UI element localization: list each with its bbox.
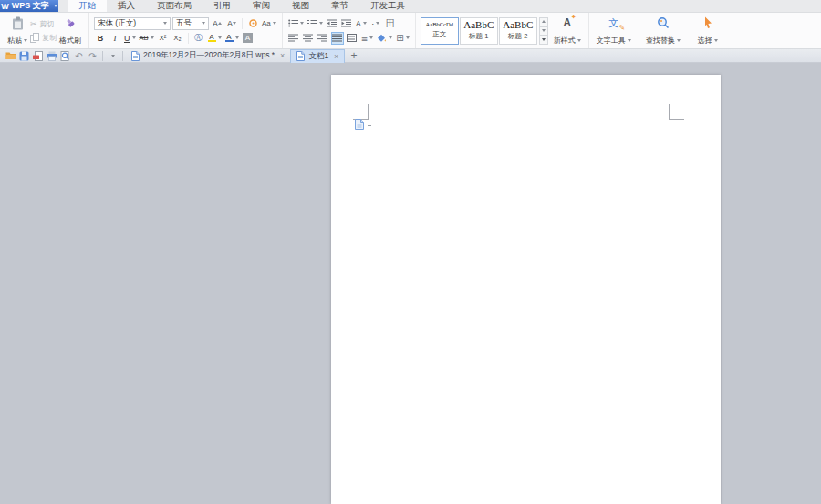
document-page[interactable] xyxy=(331,75,721,504)
copy-button[interactable]: 复制 xyxy=(30,33,57,43)
open-file-button[interactable] xyxy=(4,50,17,62)
close-tab-icon[interactable]: × xyxy=(334,52,338,61)
redo-button[interactable]: ↷ xyxy=(86,50,99,62)
smart-tag-icon[interactable] xyxy=(355,119,364,130)
dropdown-caret-icon xyxy=(363,22,367,25)
distribute-button[interactable] xyxy=(346,32,359,45)
text-tools-label: 文字工具 xyxy=(597,36,631,46)
caret-down-icon xyxy=(233,22,236,25)
new-style-icon: A ✦ xyxy=(564,16,571,27)
shrink-font-button[interactable]: A xyxy=(225,17,238,30)
bullet-list-button[interactable] xyxy=(287,17,305,30)
caret-up-icon xyxy=(218,22,222,25)
tab-developer[interactable]: 开发工具 xyxy=(359,0,416,12)
separator xyxy=(188,33,189,44)
gallery-scroll-down-button[interactable] xyxy=(539,26,548,36)
save-icon xyxy=(19,51,29,61)
dropdown-caret-icon xyxy=(218,36,222,39)
save-button[interactable] xyxy=(17,50,31,62)
format-painter-brush-icon xyxy=(64,16,77,29)
wps-app-button[interactable]: W WPS 文字 xyxy=(0,0,58,12)
new-style-button[interactable]: A ✦ 新样式 xyxy=(551,15,584,47)
app-title: WPS 文字 xyxy=(12,0,49,12)
increase-indent-icon xyxy=(341,19,351,27)
tab-home[interactable]: 开始 xyxy=(68,0,107,12)
borders-button[interactable]: ⊞ xyxy=(395,32,410,45)
tab-references[interactable]: 引用 xyxy=(203,0,242,12)
font-color-button[interactable]: A xyxy=(224,32,240,45)
ribbon: 粘贴 ✂ 剪切 复制 格式刷 宋体 (正文) xyxy=(0,13,821,49)
align-left-button[interactable] xyxy=(287,32,300,45)
subscript-button[interactable]: X₂ xyxy=(171,32,184,45)
asian-layout-button[interactable]: A xyxy=(355,17,368,30)
align-right-button[interactable] xyxy=(317,32,329,45)
paste-button[interactable]: 粘贴 xyxy=(5,15,30,47)
style-heading2[interactable]: AaBbC 标题 2 xyxy=(499,17,537,45)
dropdown-caret-icon xyxy=(677,39,681,42)
strikethrough-button[interactable]: AB xyxy=(139,32,155,45)
styles-group: AaBbCcDd 正文 AaBbC 标题 1 AaBbC 标题 2 A ✦ 新样… xyxy=(416,13,589,48)
font-family-select[interactable]: 宋体 (正文) xyxy=(94,17,171,30)
print-button[interactable] xyxy=(45,50,58,62)
select-button[interactable]: 选择 xyxy=(692,15,723,47)
close-tab-icon[interactable]: × xyxy=(280,51,285,60)
change-case-button[interactable]: Aa xyxy=(261,17,277,30)
text-tools-button[interactable]: 文 ✎ 文字工具 xyxy=(594,15,634,47)
print-preview-button[interactable] xyxy=(58,50,72,62)
export-pdf-icon xyxy=(33,51,43,61)
phonetic-guide-button[interactable] xyxy=(246,17,259,30)
tab-review[interactable]: 审阅 xyxy=(242,0,281,12)
style-heading1[interactable]: AaBbC 标题 1 xyxy=(460,17,498,45)
new-style-label: 新样式 xyxy=(554,36,581,46)
tab-section[interactable]: 章节 xyxy=(320,0,359,12)
separator xyxy=(122,51,123,61)
enclose-characters-button[interactable]: Ⓐ xyxy=(192,32,205,45)
shading-button[interactable] xyxy=(376,32,393,45)
dropdown-caret-icon xyxy=(376,22,379,25)
character-shading-button[interactable]: A xyxy=(242,32,255,45)
decrease-indent-icon xyxy=(327,19,337,27)
align-center-button[interactable] xyxy=(302,32,315,45)
superscript-button[interactable]: X² xyxy=(157,32,170,45)
format-painter-label: 格式刷 xyxy=(59,36,81,46)
highlight-color-button[interactable]: A xyxy=(207,32,223,45)
dropdown-caret-icon xyxy=(54,5,57,7)
decrease-indent-button[interactable] xyxy=(326,17,338,30)
format-painter-button[interactable]: 格式刷 xyxy=(57,15,84,47)
insert-table-button[interactable]: 田 xyxy=(384,17,397,30)
gallery-more-button[interactable] xyxy=(539,36,548,45)
dropdown-caret-icon xyxy=(714,39,718,42)
find-replace-button[interactable]: 查找替换 xyxy=(643,15,683,47)
gallery-scroll-up-button[interactable] xyxy=(539,17,548,26)
export-pdf-button[interactable] xyxy=(31,50,45,62)
separator xyxy=(242,18,243,29)
italic-button[interactable]: I xyxy=(109,32,121,45)
increase-indent-button[interactable] xyxy=(340,17,353,30)
cut-button[interactable]: ✂ 剪切 xyxy=(30,19,57,29)
document-tab-2[interactable]: 文档1 × xyxy=(290,49,345,63)
tab-view[interactable]: 视图 xyxy=(281,0,320,12)
tab-page-layout[interactable]: 页面布局 xyxy=(146,0,203,12)
underline-button[interactable]: U xyxy=(123,32,137,45)
new-tab-button[interactable]: + xyxy=(350,49,357,62)
justify-button[interactable] xyxy=(331,32,344,45)
tab-insert[interactable]: 插入 xyxy=(107,0,146,12)
menu-tab-list: 开始 插入 页面布局 引用 审阅 视图 章节 开发工具 xyxy=(68,0,416,12)
document-tab-1[interactable]: 2019年12月2日—2020年2月8日.wps * × xyxy=(126,49,290,63)
print-preview-icon xyxy=(60,51,70,61)
bold-button[interactable]: B xyxy=(94,32,107,45)
dropdown-caret-icon xyxy=(202,22,205,25)
undo-button[interactable]: ↶ xyxy=(72,50,86,62)
grow-font-button[interactable]: A xyxy=(211,17,223,30)
dropdown-caret-icon xyxy=(273,22,276,25)
document-canvas[interactable] xyxy=(0,64,821,504)
style-normal[interactable]: AaBbCcDd 正文 xyxy=(421,17,459,45)
numbered-list-button[interactable] xyxy=(307,17,324,30)
line-spacing-button[interactable]: ≣ xyxy=(360,32,375,45)
select-label: 选择 xyxy=(698,36,718,46)
font-size-select[interactable]: 五号 xyxy=(172,17,209,30)
quick-access-more-button[interactable] xyxy=(106,50,120,62)
dropdown-caret-icon xyxy=(369,36,373,39)
symbol-button[interactable]: · xyxy=(369,17,382,30)
align-left-icon xyxy=(288,34,298,42)
